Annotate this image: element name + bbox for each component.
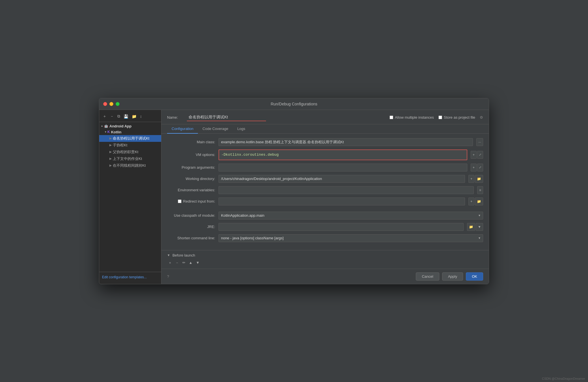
shorten-cmd-row: Shorten command line: none - java [optio… xyxy=(167,234,483,242)
cancel-button[interactable]: Cancel xyxy=(416,272,439,281)
copy-config-button[interactable]: ⧉ xyxy=(116,113,121,119)
working-dir-add-button[interactable]: + xyxy=(468,175,474,183)
expand-icon: ▸ xyxy=(101,125,103,127)
redirect-input[interactable] xyxy=(219,197,465,205)
close-button[interactable] xyxy=(103,102,107,106)
file-icon: ▶ xyxy=(109,136,112,140)
redirect-checkbox[interactable] xyxy=(178,199,181,203)
minimize-button[interactable] xyxy=(109,102,113,106)
sidebar-toolbar: ＋ － ⧉ 💾 📁 ↕ xyxy=(99,112,161,122)
expand-icon: ▾ xyxy=(105,131,106,133)
env-vars-label: Environment variables: xyxy=(167,188,215,192)
program-args-add-button[interactable]: + xyxy=(471,164,477,172)
vm-options-expand-button[interactable]: ⤢ xyxy=(477,151,483,159)
watermark: CSDN @ChinaDragonDreamer xyxy=(542,377,585,380)
config-name-input[interactable] xyxy=(187,114,266,121)
maximize-button[interactable] xyxy=(116,102,120,106)
working-dir-label: Working directory: xyxy=(167,177,215,181)
main-class-label: Main class: xyxy=(167,140,215,144)
settings-gear-icon[interactable]: ⚙ xyxy=(480,115,483,120)
jre-label: JRE: xyxy=(167,225,215,229)
env-vars-row: Environment variables: ≡ xyxy=(167,186,483,194)
redirect-row: Redirect input from: + 📁 xyxy=(167,197,483,205)
form-area: Main class: ··· VM options: + ⤢ Program … xyxy=(161,134,489,250)
sidebar-item-config-context[interactable]: ▶ 上下文中的作业Kt xyxy=(99,155,161,162)
redirect-add-button[interactable]: + xyxy=(468,197,474,205)
working-dir-browse-button[interactable]: 📁 xyxy=(475,175,483,183)
jre-row: JRE: 📁 ▼ xyxy=(167,223,483,231)
title-bar: Run/Debug Configurations xyxy=(99,98,489,110)
program-args-label: Program arguments: xyxy=(167,165,215,170)
jre-input[interactable] xyxy=(219,223,464,231)
sidebar-item-android-app[interactable]: ▸ 🤖 Android App xyxy=(99,123,161,129)
before-launch-add-button[interactable]: ＋ xyxy=(167,260,173,266)
before-launch-label: Before launch xyxy=(172,253,195,257)
store-as-project-label[interactable]: Store as project file xyxy=(438,115,475,120)
before-launch-section: ▼ Before launch ＋ － ✏ ▲ ▼ xyxy=(161,250,489,269)
env-vars-input[interactable] xyxy=(219,186,474,194)
before-launch-up-button[interactable]: ▲ xyxy=(188,260,194,266)
allow-multiple-checkbox[interactable] xyxy=(390,116,393,119)
env-vars-edit-button[interactable]: ≡ xyxy=(477,186,483,194)
sidebar-item-config-parent[interactable]: ▶ 父协程的职责Kt xyxy=(99,149,161,155)
shorten-cmd-label: Shorten command line: xyxy=(167,236,215,240)
file-icon: ▶ xyxy=(109,143,112,147)
vm-options-btn-group: + ⤢ xyxy=(471,151,483,159)
sidebar-tree: ▸ 🤖 Android App ▾ K Kotlin ▶ 命名协程以用于调试Kt… xyxy=(99,123,161,272)
dialog-footer: ? Cancel Apply OK xyxy=(161,269,489,284)
allow-multiple-label[interactable]: Allow multiple instances xyxy=(390,115,434,120)
before-launch-edit-button[interactable]: ✏ xyxy=(181,260,187,266)
config-header: Name: Allow multiple instances Store as … xyxy=(161,110,489,124)
sidebar-item-kotlin[interactable]: ▾ K Kotlin xyxy=(99,129,161,135)
save-config-button[interactable]: 💾 xyxy=(122,114,129,119)
jre-btn-group: 📁 ▼ xyxy=(467,223,483,231)
tab-configuration[interactable]: Configuration xyxy=(167,124,198,134)
file-icon: ▶ xyxy=(109,164,112,167)
dialog-body: ＋ － ⧉ 💾 📁 ↕ ▸ 🤖 Android App ▾ K Kotlin xyxy=(99,110,489,284)
sort-config-button[interactable]: ↕ xyxy=(139,114,143,119)
file-icon: ▶ xyxy=(109,150,112,154)
program-args-expand-button[interactable]: ⤢ xyxy=(477,164,483,172)
apply-button[interactable]: Apply xyxy=(442,272,463,281)
name-label: Name: xyxy=(167,115,181,120)
classpath-select[interactable]: KotlinApplication.app.main xyxy=(219,212,483,220)
redirect-label-group: Redirect input from: xyxy=(167,199,215,203)
before-launch-remove-button[interactable]: － xyxy=(174,260,180,266)
help-icon[interactable]: ? xyxy=(167,274,169,279)
redirect-btn-group: + 📁 xyxy=(468,197,483,205)
edit-templates-link[interactable]: Edit configuration templates... xyxy=(102,275,147,279)
working-dir-row: Working directory: + 📁 xyxy=(167,175,483,183)
jre-dropdown-button[interactable]: ▼ xyxy=(476,223,483,231)
header-checkboxes: Allow multiple instances Store as projec… xyxy=(390,115,483,120)
program-args-input[interactable] xyxy=(219,164,467,172)
vm-options-input[interactable] xyxy=(219,149,467,160)
browse-config-button[interactable]: 📁 xyxy=(131,114,138,119)
vm-options-add-button[interactable]: + xyxy=(471,151,477,159)
sidebar-item-config-main[interactable]: ▶ 命名协程以用于调试Kt xyxy=(99,135,161,142)
android-icon: 🤖 xyxy=(104,124,108,128)
vm-options-label: VM options: xyxy=(167,153,215,157)
file-icon: ▶ xyxy=(109,157,112,160)
jre-browse-button[interactable]: 📁 xyxy=(467,223,475,231)
shorten-cmd-select[interactable]: none - java [options] className [args] xyxy=(219,234,483,242)
traffic-lights xyxy=(103,102,120,106)
working-dir-btn-group: + 📁 xyxy=(468,175,483,183)
before-launch-chevron-icon[interactable]: ▼ xyxy=(167,253,170,257)
vm-options-row: VM options: + ⤢ xyxy=(167,149,483,160)
store-as-project-checkbox[interactable] xyxy=(438,116,442,119)
sidebar-item-config-thread[interactable]: ▶ 在不同线程间跳转Kt xyxy=(99,162,161,169)
spacer xyxy=(167,209,483,212)
dialog-title: Run/Debug Configurations xyxy=(271,102,317,106)
remove-config-button[interactable]: － xyxy=(109,113,115,120)
sidebar-item-config-child[interactable]: ▶ 子协程Kt xyxy=(99,142,161,149)
add-config-button[interactable]: ＋ xyxy=(101,113,108,120)
tab-code-coverage[interactable]: Code Coverage xyxy=(198,124,233,134)
ok-button[interactable]: OK xyxy=(466,272,483,281)
kotlin-icon: K xyxy=(107,130,110,134)
main-class-input[interactable] xyxy=(219,138,473,146)
redirect-browse-button[interactable]: 📁 xyxy=(475,197,483,205)
tab-logs[interactable]: Logs xyxy=(233,124,250,134)
working-dir-input[interactable] xyxy=(219,175,465,183)
main-class-browse-button[interactable]: ··· xyxy=(476,138,483,146)
before-launch-down-button[interactable]: ▼ xyxy=(195,260,201,266)
